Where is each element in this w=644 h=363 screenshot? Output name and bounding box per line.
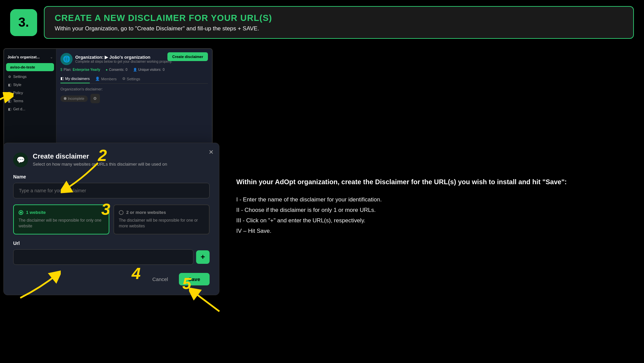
step-3-number: 3: [101, 200, 110, 219]
name-label: Name: [13, 174, 210, 179]
sidebar-policy-label: Policy: [13, 91, 23, 95]
add-url-button[interactable]: +: [196, 250, 210, 264]
url-input-row: +: [13, 249, 210, 265]
visitors-label: Unique visitors:: [138, 68, 161, 72]
banner-subtitle: Within your Organization, go to "Create …: [55, 25, 623, 32]
modal-header: 💬 Create disclaimer Select on how many w…: [13, 152, 210, 167]
gear-settings-icon[interactable]: ⚙: [90, 94, 100, 103]
step-2-number: 2: [98, 146, 107, 165]
website-options: 1 website The disclaimer will be respons…: [13, 204, 210, 234]
incomplete-label: Incomplete: [68, 97, 84, 101]
stat-consents: ● Consents: 0: [106, 68, 128, 72]
sidebar-other-label: Get d...: [13, 107, 25, 111]
instruction-list: I - Enter the name of the disclaimer for…: [236, 195, 630, 237]
modal-icon: 💬: [13, 152, 28, 167]
visitors-icon: 👤: [133, 68, 137, 72]
arrow-4: [14, 268, 61, 301]
option-2-title: 2 or more websites: [126, 210, 166, 215]
option-2-desc: The disclaimer will be responsible for o…: [119, 218, 204, 229]
option-2-header: 2 or more websites: [119, 210, 204, 215]
dollar-icon: $: [60, 68, 62, 72]
instruction-heading: Within your AdOpt organization, create t…: [236, 177, 630, 187]
sidebar-item-settings[interactable]: ⚙ Settings: [4, 73, 56, 81]
option-1-header: 1 website: [19, 210, 104, 215]
sidebar-active-item[interactable]: aviso-de-teste: [6, 63, 54, 71]
url-input[interactable]: [13, 249, 193, 265]
radio-selected-icon: [19, 210, 23, 215]
arrow-1: [0, 92, 14, 126]
tab-icon-members: 👤: [95, 77, 100, 81]
sidebar-terms-label: Terms: [13, 99, 23, 103]
option-1-website[interactable]: 1 website The disclaimer will be respons…: [13, 204, 109, 234]
step-5-number: 5: [182, 274, 191, 293]
consents-value: 0: [126, 68, 128, 72]
style-icon: ◧: [8, 83, 11, 87]
consents-icon: ●: [106, 68, 108, 72]
name-input[interactable]: [13, 183, 210, 198]
tab-settings[interactable]: ⚙ Settings: [122, 74, 140, 83]
tab-my-disclaimers[interactable]: ◧ My disclaimers: [60, 74, 90, 83]
incomplete-dot: [64, 97, 66, 100]
incomplete-badge: Incomplete: [60, 95, 88, 102]
arrow-2: [61, 160, 101, 193]
radio-inner: [20, 212, 22, 214]
banner-text-box: CREATE A NEW DISCLAIMER FOR YOUR URL(s) …: [44, 6, 634, 39]
org-name: João's organizat...: [7, 55, 40, 59]
org-info: Organization: ▶ João's organization Comp…: [75, 55, 172, 63]
settings-icon: ⚙: [8, 75, 11, 79]
step-badge: 3.: [10, 9, 37, 36]
consents-label: Consents:: [109, 68, 124, 72]
modal-close-button[interactable]: ✕: [209, 148, 214, 156]
plan-label: Plan:: [64, 68, 72, 72]
instruction-item-1: I - Enter the name of the disclaimer for…: [236, 195, 630, 204]
org-subtitle: Complete all steps below to get your dis…: [75, 60, 172, 63]
create-disclaimer-button[interactable]: Create disclaimer: [167, 52, 208, 61]
org-disclaimer-label: Organization's disclaimer:: [60, 87, 208, 91]
option-2-websites[interactable]: 2 or more websites The disclaimer will b…: [113, 204, 210, 234]
radio-unselected-icon: [119, 210, 124, 215]
option-1-desc: The disclaimer will be responsible for o…: [19, 218, 104, 229]
visitors-value: 0: [163, 68, 165, 72]
instruction-item-4: IV – Hit Save.: [236, 226, 630, 235]
sidebar-header: João's organizat... ⌄: [4, 52, 56, 62]
top-banner: 3. CREATE A NEW DISCLAIMER FOR YOUR URL(…: [0, 0, 644, 45]
cancel-button[interactable]: Cancel: [145, 273, 175, 285]
url-label: Url: [13, 241, 210, 246]
app-main: 🌐 Organization: ▶ João's organization Co…: [56, 49, 212, 156]
stat-visitors: 👤 Unique visitors: 0: [133, 68, 165, 72]
banner-title: CREATE A NEW DISCLAIMER FOR YOUR URL(s): [55, 13, 623, 23]
app-screenshot: João's organizat... ⌄ aviso-de-teste ⚙ S…: [3, 48, 213, 156]
stat-plan: $ Plan: Enterprise Yearly: [60, 68, 100, 72]
plan-value: Enterprise Yearly: [73, 68, 100, 72]
left-section: João's organizat... ⌄ aviso-de-teste ⚙ S…: [0, 45, 223, 363]
sidebar-settings-label: Settings: [13, 75, 27, 79]
org-title: Organization: ▶ João's organization: [75, 55, 172, 60]
org-stats: $ Plan: Enterprise Yearly ● Consents: 0 …: [60, 68, 208, 72]
sidebar-item-style[interactable]: ◧ Style: [4, 81, 56, 89]
tab-icon-disclaimers: ◧: [60, 76, 64, 81]
step-4-number: 4: [132, 264, 141, 283]
right-section: Within your AdOpt organization, create t…: [223, 45, 644, 363]
main-content: João's organizat... ⌄ aviso-de-teste ⚙ S…: [0, 45, 644, 363]
org-icon: 🌐: [60, 53, 73, 65]
app-tabs: ◧ My disclaimers 👤 Members ⚙ Settings: [60, 74, 208, 84]
tab-members[interactable]: 👤 Members: [95, 74, 117, 83]
sidebar-style-label: Style: [13, 83, 21, 87]
chevron-icon: ⌄: [50, 55, 53, 59]
arrow-5: [189, 288, 223, 315]
instruction-item-2: II - Choose if the disclaimer is for onl…: [236, 205, 630, 215]
instruction-item-3: III - Click on "+" and enter the URL(s),…: [236, 216, 630, 225]
option-1-title: 1 website: [26, 210, 46, 215]
tab-icon-settings: ⚙: [122, 77, 126, 81]
